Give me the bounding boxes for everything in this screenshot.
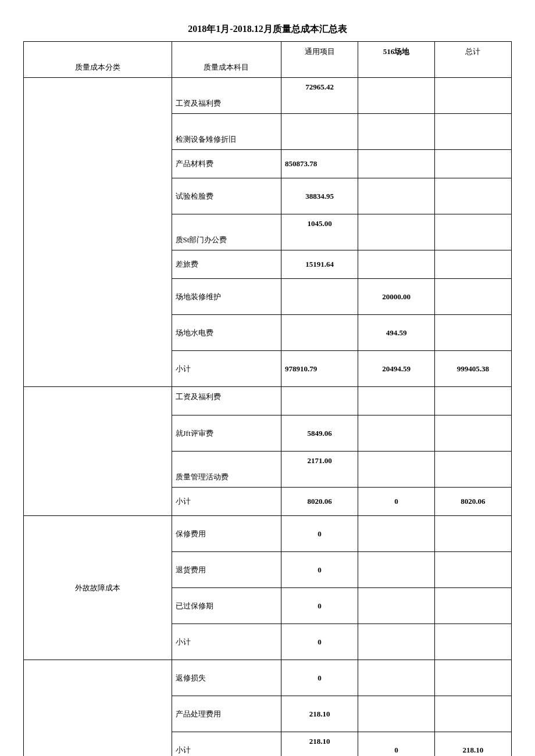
value-cell: [434, 624, 511, 660]
value-cell: [434, 150, 511, 178]
value-cell: 20494.59: [358, 351, 435, 387]
value-cell: 15191.64: [281, 250, 358, 279]
value-cell: [358, 516, 435, 552]
subject-cell: 产品处理费用: [172, 696, 281, 732]
subject-cell: 退货费用: [172, 552, 281, 588]
subject-cell: 试验检脸费: [172, 178, 281, 214]
value-cell: [358, 178, 435, 214]
subject-cell: 产品材料费: [172, 150, 281, 178]
value-cell: [434, 279, 511, 315]
value-cell: [434, 696, 511, 732]
table-row: 外故故障成本 保修费用 0: [24, 516, 512, 552]
value-cell: [358, 624, 435, 660]
value-cell: 494.59: [358, 315, 435, 351]
value-cell: 1045.00: [281, 214, 358, 250]
hdr-subject: 质量成本科目: [172, 42, 281, 78]
value-cell: 38834.95: [281, 178, 358, 214]
value-cell: [434, 315, 511, 351]
value-cell: 72965.42: [281, 78, 358, 114]
value-cell: [358, 250, 435, 279]
subject-cell: 质量管理活动费: [172, 452, 281, 488]
value-cell: 0: [281, 552, 358, 588]
value-cell: 999405.38: [434, 351, 511, 387]
value-cell: 978910.79: [281, 351, 358, 387]
value-cell: 8020.06: [281, 488, 358, 516]
value-cell: [434, 516, 511, 552]
value-cell: 218.10: [281, 732, 358, 757]
value-cell: [434, 588, 511, 624]
subject-cell: 场地装修维护: [172, 279, 281, 315]
value-cell: [434, 452, 511, 488]
value-cell: [281, 315, 358, 351]
category-cell: [24, 387, 172, 516]
value-cell: 0: [281, 588, 358, 624]
subject-cell: 质St部门办公费: [172, 214, 281, 250]
value-cell: 0: [281, 516, 358, 552]
subject-cell: 检测设备雉修折旧: [172, 114, 281, 150]
subject-cell: 场地水电费: [172, 315, 281, 351]
value-cell: [358, 452, 435, 488]
page-title: 2018年1月-2018.12月质量总成本汇总表: [23, 23, 512, 35]
value-cell: 0: [358, 488, 435, 516]
category-cell: [24, 78, 172, 387]
value-cell: 20000.00: [358, 279, 435, 315]
value-cell: [358, 114, 435, 150]
cost-summary-table: 质量成本分类 质量成本科目 通用项目 516场地 总计 工资及福利费 72965…: [23, 41, 512, 756]
hdr-col2: 516场地: [358, 42, 435, 78]
value-cell: [434, 387, 511, 415]
value-cell: [281, 279, 358, 315]
value-cell: 218.10: [434, 732, 511, 757]
value-cell: [358, 552, 435, 588]
value-cell: [434, 114, 511, 150]
subject-cell: 返修损失: [172, 660, 281, 696]
value-cell: [358, 78, 435, 114]
subject-cell: 工资及福利费: [172, 78, 281, 114]
value-cell: 0: [281, 624, 358, 660]
value-cell: [434, 660, 511, 696]
value-cell: 5849.06: [281, 415, 358, 452]
value-cell: 0: [281, 660, 358, 696]
value-cell: [434, 415, 511, 452]
table-row: 返修损失 0: [24, 660, 512, 696]
value-cell: [358, 415, 435, 452]
value-cell: [434, 178, 511, 214]
subject-cell: 差旅费: [172, 250, 281, 279]
category-cell: 外故故障成本: [24, 516, 172, 660]
subject-cell: 保修费用: [172, 516, 281, 552]
hdr-category: 质量成本分类: [24, 42, 172, 78]
table-row: 工资及福利费: [24, 387, 512, 415]
value-cell: [434, 250, 511, 279]
subject-cell: 已过保修期: [172, 588, 281, 624]
subject-cell: 就Jft评审费: [172, 415, 281, 452]
subject-cell: 小计: [172, 624, 281, 660]
value-cell: 2171.00: [281, 452, 358, 488]
value-cell: [281, 114, 358, 150]
header-row: 质量成本分类 质量成本科目 通用项目 516场地 总计: [24, 42, 512, 78]
value-cell: [434, 78, 511, 114]
value-cell: [358, 660, 435, 696]
value-cell: 0: [358, 732, 435, 757]
subject-cell: 小计: [172, 351, 281, 387]
subject-cell: 小计: [172, 732, 281, 757]
value-cell: [358, 696, 435, 732]
hdr-col1: 通用项目: [281, 42, 358, 78]
value-cell: [358, 150, 435, 178]
hdr-col3: 总计: [434, 42, 511, 78]
table-row: 工资及福利费 72965.42: [24, 78, 512, 114]
value-cell: [434, 552, 511, 588]
value-cell: [434, 214, 511, 250]
value-cell: [358, 214, 435, 250]
value-cell: 218.10: [281, 696, 358, 732]
category-cell: [24, 660, 172, 757]
subject-cell: 小计: [172, 488, 281, 516]
value-cell: 850873.78: [281, 150, 358, 178]
value-cell: 8020.06: [434, 488, 511, 516]
value-cell: [281, 387, 358, 415]
value-cell: [358, 387, 435, 415]
subject-cell: 工资及福利费: [172, 387, 281, 415]
value-cell: [358, 588, 435, 624]
